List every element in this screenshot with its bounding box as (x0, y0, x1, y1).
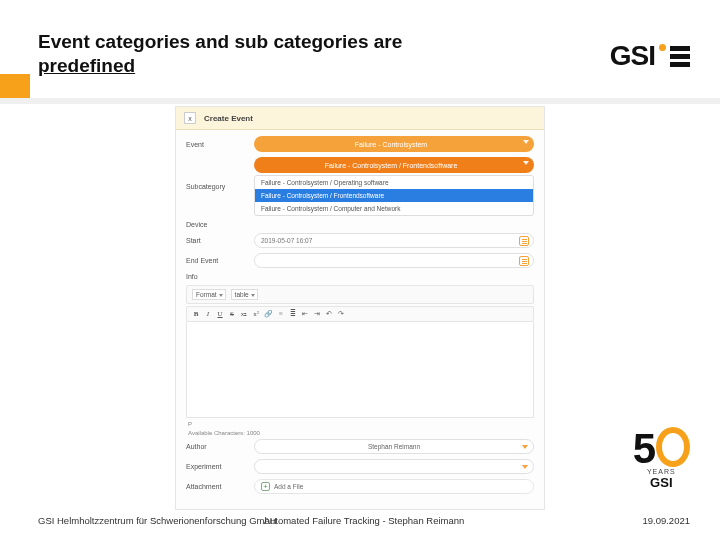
panel-header: x Create Event (176, 107, 544, 130)
label-attachment: Attachment (186, 483, 248, 490)
chevron-down-icon (522, 465, 528, 469)
editor-icon-toolbar: B I U S x₂ x² 🔗 ≡ ≣ ⇤ ⇥ ↶ ↷ (186, 306, 534, 322)
slide-footer: GSI Helmholtzzentrum für Schwerionenfors… (38, 515, 690, 526)
editor-char-count: Available Characters: 1000 (188, 430, 260, 436)
slide-title: Event categories and sub categories are … (38, 30, 438, 78)
calendar-icon[interactable] (519, 236, 529, 246)
list-icon[interactable]: ≡ (277, 310, 285, 318)
undo-icon[interactable]: ↶ (325, 310, 333, 318)
bold-icon[interactable]: B (192, 310, 200, 318)
zero-icon (656, 427, 690, 467)
footer-center: Automated Failure Tracking - Stephan Rei… (264, 515, 465, 526)
rich-text-editor[interactable] (186, 322, 534, 418)
numbered-list-icon[interactable]: ≣ (289, 310, 297, 318)
link-icon[interactable]: 🔗 (264, 310, 273, 318)
calendar-icon[interactable] (519, 256, 529, 266)
author-value: Stephan Reimann (368, 443, 420, 450)
label-start: Start (186, 237, 248, 244)
add-file-label: Add a File (274, 483, 303, 490)
subcategory-select-value: Failure - Controlsystem / Frontendsoftwa… (325, 162, 458, 169)
title-line2: predefined (38, 55, 135, 76)
editor-cursor-tag: P (188, 421, 192, 427)
title-line1: Event categories and sub categories are (38, 31, 402, 52)
logo-bars-icon (670, 46, 690, 67)
footer-right: 19.09.2021 (642, 515, 690, 526)
label-end: End Event (186, 257, 248, 264)
outdent-icon[interactable]: ⇤ (301, 310, 309, 318)
format-select[interactable]: Format (192, 289, 226, 300)
footer-left: GSI Helmholtzzentrum für Schwerionenfors… (38, 515, 277, 526)
label-device: Device (186, 221, 248, 228)
anniversary-logo: 5 YEARS GSI (633, 423, 690, 490)
logo-dot-icon (659, 44, 666, 51)
subcategory-option[interactable]: Failure - Controlsystem / Computer and N… (255, 202, 533, 215)
anniversary-brand: GSI (633, 475, 690, 490)
superscript-icon[interactable]: x² (252, 310, 260, 318)
chevron-down-icon (522, 445, 528, 449)
chevron-down-icon (523, 161, 529, 165)
subcategory-dropdown: Failure - Controlsystem / Operating soft… (254, 175, 534, 216)
experiment-select[interactable] (254, 459, 534, 474)
gsi-logo: GSI (610, 40, 690, 72)
add-file-button[interactable]: + Add a File (254, 479, 534, 494)
label-info: Info (186, 273, 248, 280)
logo-text: GSI (610, 40, 655, 72)
subscript-icon[interactable]: x₂ (240, 310, 248, 318)
editor-format-toolbar: Format table (186, 285, 534, 304)
panel-title: Create Event (204, 114, 253, 123)
start-datetime-input[interactable]: 2019-05-07 16:07 (254, 233, 534, 248)
end-datetime-input[interactable] (254, 253, 534, 268)
indent-icon[interactable]: ⇥ (313, 310, 321, 318)
table-select[interactable]: table (231, 289, 258, 300)
redo-icon[interactable]: ↷ (337, 310, 345, 318)
accent-square (0, 74, 30, 98)
create-event-panel: x Create Event Event Failure - Controlsy… (175, 106, 545, 510)
editor-status: P (186, 418, 534, 430)
close-button[interactable]: x (184, 112, 196, 124)
subcategory-select[interactable]: Failure - Controlsystem / Frontendsoftwa… (254, 157, 534, 173)
chevron-down-icon (523, 140, 529, 144)
event-select-value: Failure - Controlsystem (355, 141, 427, 148)
start-value: 2019-05-07 16:07 (261, 237, 312, 244)
label-experiment: Experiment (186, 463, 248, 470)
label-subcategory: Subcategory (186, 183, 248, 190)
strike-icon[interactable]: S (228, 310, 236, 318)
underline-icon[interactable]: U (216, 310, 224, 318)
label-event: Event (186, 141, 248, 148)
header-divider (0, 98, 720, 104)
author-select[interactable]: Stephan Reimann (254, 439, 534, 454)
subcategory-option[interactable]: Failure - Controlsystem / Frontendsoftwa… (255, 189, 533, 202)
subcategory-option[interactable]: Failure - Controlsystem / Operating soft… (255, 176, 533, 189)
label-author: Author (186, 443, 248, 450)
plus-icon: + (261, 482, 270, 491)
italic-icon[interactable]: I (204, 310, 212, 318)
event-select[interactable]: Failure - Controlsystem (254, 136, 534, 152)
